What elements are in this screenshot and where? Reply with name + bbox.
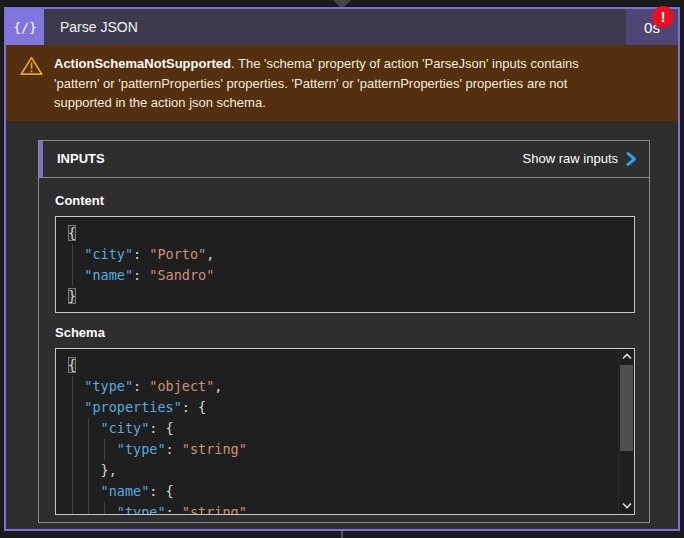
- content-code-box[interactable]: { "city": "Porto", "name": "Sandro"}: [55, 216, 635, 313]
- inputs-section-label: INPUTS: [57, 151, 523, 166]
- schema-code-box[interactable]: { "type": "object", "properties": { "cit…: [55, 348, 635, 515]
- connector-line: [341, 531, 343, 538]
- flow-canvas: {/} Parse JSON 0s ! ActionSchemaNotSuppo…: [0, 0, 684, 538]
- chevron-right-icon: [626, 152, 637, 166]
- indent-guide: [72, 376, 73, 515]
- parse-json-action-card: {/} Parse JSON 0s ! ActionSchemaNotSuppo…: [4, 7, 680, 531]
- show-raw-inputs-label: Show raw inputs: [523, 151, 618, 166]
- schema-field-label: Schema: [55, 325, 634, 340]
- warning-triangle-icon: [20, 54, 54, 113]
- scroll-down-icon[interactable]: [619, 499, 634, 513]
- indent-guide: [104, 502, 105, 515]
- parse-json-icon-glyph: {/}: [13, 20, 36, 35]
- warning-message: ActionSchemaNotSupported. The 'schema' p…: [54, 54, 614, 113]
- scroll-up-icon[interactable]: [619, 350, 634, 364]
- action-title: Parse JSON: [44, 9, 626, 45]
- warning-banner: ActionSchemaNotSupported. The 'schema' p…: [6, 45, 678, 121]
- schema-scrollbar[interactable]: [618, 349, 634, 514]
- indent-guide: [72, 244, 73, 286]
- action-card-header[interactable]: {/} Parse JSON 0s: [6, 9, 678, 45]
- show-raw-inputs-link[interactable]: Show raw inputs: [523, 151, 637, 166]
- error-count-badge[interactable]: !: [652, 6, 674, 28]
- warning-error-code: ActionSchemaNotSupported: [54, 56, 231, 71]
- inputs-panel-header[interactable]: INPUTS Show raw inputs: [39, 141, 649, 178]
- inputs-panel-body: Content { "city": "Porto", "name": "Sand…: [39, 178, 649, 515]
- panel-accent-stripe: [39, 141, 43, 177]
- content-field-label: Content: [55, 193, 634, 208]
- indent-guide: [88, 418, 89, 515]
- inputs-panel: INPUTS Show raw inputs Content { "city":…: [38, 140, 650, 523]
- parse-json-icon: {/}: [6, 9, 44, 45]
- scrollbar-thumb[interactable]: [620, 365, 633, 451]
- indent-guide: [104, 439, 105, 460]
